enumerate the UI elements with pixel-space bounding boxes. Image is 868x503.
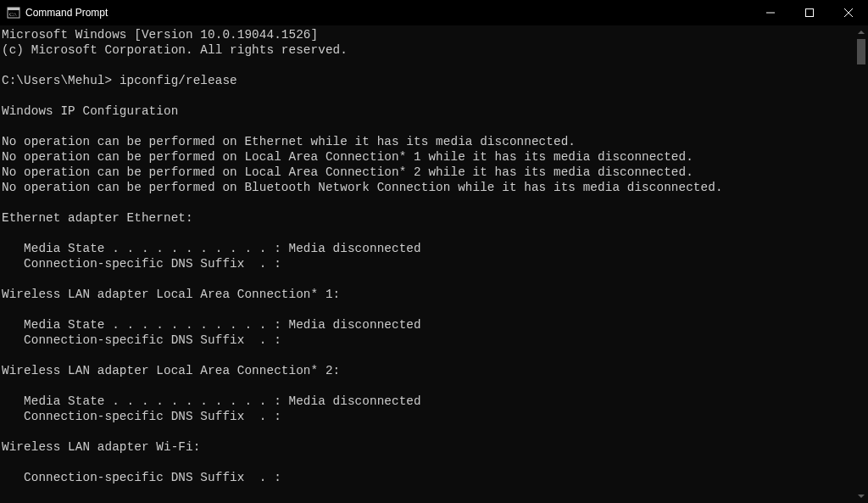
terminal-area[interactable]: Microsoft Windows [Version 10.0.19044.15… [0,25,868,503]
terminal-output[interactable]: Microsoft Windows [Version 10.0.19044.15… [0,25,868,503]
scrollbar-thumb[interactable] [857,39,865,64]
scrollbar-up-button[interactable] [854,25,868,39]
output-line: No operation can be performed on Etherne… [2,135,576,148]
svg-marker-8 [858,495,865,498]
scrollbar-down-button[interactable] [854,489,868,503]
output-line: Connection-specific DNS Suffix . : [2,333,281,347]
output-line: Media State . . . . . . . . . . . : Medi… [2,242,421,255]
output-line: Wireless LAN adapter Local Area Connecti… [2,364,340,377]
output-line: Media State . . . . . . . . . . . : Medi… [2,318,421,332]
prompt-text: C:\Users\Mehul> [2,74,112,87]
output-line: No operation can be performed on Local A… [2,165,693,179]
output-line: Windows IP Configuration [2,104,178,118]
svg-rect-4 [806,9,814,17]
scrollbar-track[interactable] [854,39,868,489]
minimize-button[interactable] [751,0,790,25]
output-line: Connection-specific DNS Suffix . : [2,410,281,423]
svg-text:C:\: C:\ [9,11,17,18]
svg-marker-7 [858,31,865,34]
output-line: No operation can be performed on Local A… [2,150,693,164]
output-line: Media State . . . . . . . . . . . : Medi… [2,394,421,408]
window-controls [751,0,868,25]
output-line: Connection-specific DNS Suffix . : [2,257,281,271]
command-text: ipconfig/release [112,74,237,87]
output-line: Wireless LAN adapter Wi-Fi: [2,440,200,454]
output-line: Wireless LAN adapter Local Area Connecti… [2,288,340,301]
vertical-scrollbar[interactable] [854,25,868,503]
window-title: Command Prompt [25,7,751,19]
window-titlebar[interactable]: C:\ Command Prompt [0,0,868,25]
output-line: Connection-specific DNS Suffix . : [2,471,281,484]
output-line: Microsoft Windows [Version 10.0.19044.15… [2,28,318,42]
svg-rect-1 [8,8,19,10]
close-button[interactable] [829,0,868,25]
cmd-icon: C:\ [7,6,20,20]
output-line: (c) Microsoft Corporation. All rights re… [2,43,348,57]
output-line: No operation can be performed on Bluetoo… [2,181,723,194]
output-line: Ethernet adapter Ethernet: [2,211,193,225]
maximize-button[interactable] [790,0,829,25]
